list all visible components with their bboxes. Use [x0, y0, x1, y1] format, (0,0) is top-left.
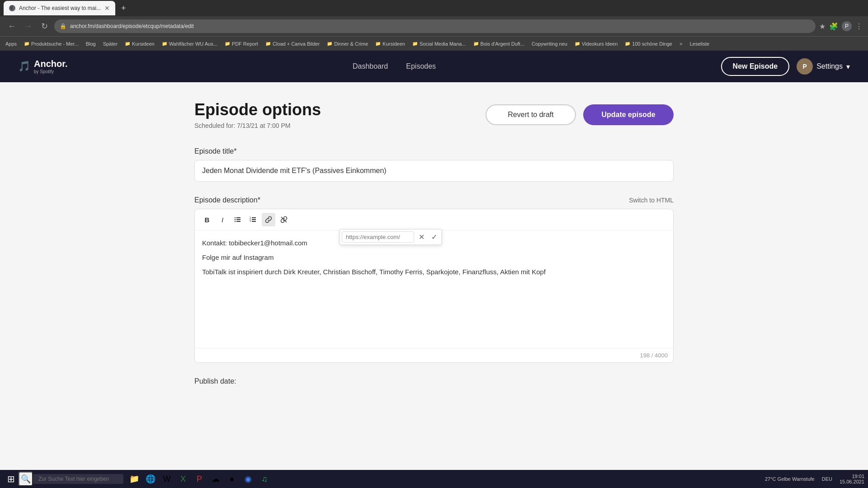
bookmark-label: PDF Report — [232, 41, 258, 47]
bold-button[interactable]: B — [200, 213, 214, 226]
star-btn[interactable]: ★ — [819, 22, 826, 31]
episode-title-section: Episode title* — [194, 147, 674, 182]
bookmark-label: Apps — [5, 41, 17, 47]
bookmark-social[interactable]: 📁 Social Media Mana... — [412, 41, 466, 47]
taskbar: ⊞ 🔍 📁 🌐 W X P ☁ ● ◉ ♫ 27°C Gelbe Warnstu… — [0, 470, 868, 488]
bookmark-label: Wahlfächer WU Aus... — [169, 41, 217, 47]
bookmark-label: Dinner & Crime — [334, 41, 368, 47]
bookmark-produktsuche[interactable]: 📁 Produktsuche - Mer... — [24, 41, 79, 47]
settings-button[interactable]: P Settings ▾ — [797, 58, 850, 75]
url-bar[interactable]: 🔒 anchor.fm/dashboard/episode/etcqup/met… — [54, 19, 816, 33]
bookmark-100[interactable]: 📁 100 schöne Dinge — [625, 41, 672, 47]
italic-button[interactable]: I — [216, 213, 229, 226]
taskbar-file-explorer[interactable]: 📁 — [127, 472, 142, 486]
bookmark-kursideen2[interactable]: 📁 Kursideen — [375, 41, 405, 47]
switch-to-html-btn[interactable]: Switch to HTML — [629, 197, 674, 204]
svg-point-3 — [235, 217, 236, 218]
taskbar-chrome[interactable]: ● — [225, 472, 239, 486]
taskbar-app-icons: 📁 🌐 W X P ☁ ● ◉ ♫ — [127, 472, 272, 486]
forward-btn[interactable]: → — [22, 20, 34, 33]
bookmark-label: Cload + Canva Bilder — [273, 41, 320, 47]
link-popup-confirm-btn[interactable]: ✓ — [429, 232, 439, 243]
logo-text: Anchor. — [34, 59, 67, 69]
taskbar-search-input[interactable] — [33, 474, 123, 484]
page-title-area: Episode options Scheduled for: 7/13/21 a… — [194, 100, 321, 129]
numbered-list-button[interactable]: 123 — [246, 213, 260, 226]
bookmark-später[interactable]: Später — [103, 41, 118, 47]
link-popup-input[interactable] — [342, 231, 414, 243]
svg-point-5 — [235, 221, 236, 222]
bullet-list-button[interactable] — [231, 213, 245, 226]
tab-close-btn[interactable]: ✕ — [104, 5, 110, 12]
menu-btn[interactable]: ⋮ — [855, 22, 863, 31]
start-button[interactable]: ⊞ — [4, 472, 19, 486]
bookmark-dinner[interactable]: 📁 Dinner & Crime — [327, 41, 368, 47]
bookmark-bois[interactable]: 📁 Bois d'Argent Duft... — [473, 41, 524, 47]
app-header: 🎵 Anchor. by Spotify Dashboard Episodes … — [0, 51, 868, 82]
episode-title-label: Episode title* — [194, 147, 674, 155]
link-button[interactable] — [262, 213, 275, 226]
editor-content-area[interactable]: Kontakt: tobibecker1@hotmail.com Folge m… — [195, 230, 673, 348]
page-content: Episode options Scheduled for: 7/13/21 a… — [185, 82, 683, 418]
refresh-btn[interactable]: ↻ — [38, 20, 51, 33]
nav-dashboard[interactable]: Dashboard — [353, 62, 388, 70]
scheduled-subtitle: Scheduled for: 7/13/21 at 7:00 PM — [194, 122, 321, 129]
taskbar-right: 27°C Gelbe Warnstufe DEU 19:01 15.06.202… — [765, 474, 864, 484]
bookmark-pdf[interactable]: 📁 PDF Report — [225, 41, 258, 47]
bookmark-canva[interactable]: 📁 Cload + Canva Bilder — [265, 41, 320, 47]
profile-btn[interactable]: P — [842, 21, 852, 31]
header-actions: New Episode P Settings ▾ — [721, 57, 850, 76]
description-editor[interactable]: B I 123 — [194, 209, 674, 363]
publish-date-section: Publish date: — [194, 377, 674, 385]
taskbar-excel[interactable]: X — [176, 472, 190, 486]
bookmark-label: Später — [103, 41, 118, 47]
link-popup: ✕ ✓ — [340, 229, 442, 245]
tab-favicon: 🎙 — [9, 5, 15, 11]
unlink-button[interactable] — [277, 213, 291, 226]
new-tab-btn[interactable]: + — [117, 2, 130, 14]
bookmark-label: Kursideen — [132, 41, 155, 47]
taskbar-clock: 19:01 15.06.2021 — [840, 474, 864, 484]
taskbar-time-value: 19:01 — [840, 474, 864, 479]
logo-text-area: Anchor. by Spotify — [34, 59, 67, 74]
new-episode-button[interactable]: New Episode — [721, 57, 790, 76]
search-taskbar-icon[interactable]: 🔍 — [19, 472, 33, 486]
active-tab[interactable]: 🎙 Anchor - The easiest way to mai... ✕ — [4, 1, 115, 15]
update-episode-button[interactable]: Update episode — [583, 104, 674, 125]
browser-tabs: 🎙 Anchor - The easiest way to mai... ✕ + — [0, 0, 868, 16]
episode-title-input[interactable] — [194, 160, 674, 182]
taskbar-chrome-2[interactable]: ◉ — [241, 472, 255, 486]
taskbar-powerpoint[interactable]: P — [192, 472, 207, 486]
svg-rect-8 — [252, 221, 256, 222]
taskbar-spotify[interactable]: ♫ — [257, 472, 272, 486]
bookmark-label: Blog — [86, 41, 96, 47]
bookmark-label: Videokurs Ideen — [582, 41, 618, 47]
revert-to-draft-button[interactable]: Revert to draft — [486, 104, 576, 125]
bookmarks-more[interactable]: » — [679, 41, 683, 47]
svg-rect-7 — [252, 219, 256, 220]
bookmark-wahlfächer[interactable]: 📁 Wahlfächer WU Aus... — [162, 41, 217, 47]
bookmark-leseliste[interactable]: Leseliste — [690, 41, 709, 47]
taskbar-lang: DEU — [822, 476, 832, 482]
link-popup-close-btn[interactable]: ✕ — [416, 232, 427, 243]
taskbar-onedrive[interactable]: ☁ — [208, 472, 223, 486]
svg-point-4 — [235, 219, 236, 220]
avatar: P — [797, 58, 813, 75]
url-text: anchor.fm/dashboard/episode/etcqup/metad… — [70, 23, 194, 29]
bookmark-videokurs[interactable]: 📁 Videokurs Ideen — [575, 41, 618, 47]
back-btn[interactable]: ← — [5, 20, 18, 33]
taskbar-edge[interactable]: 🌐 — [143, 472, 158, 486]
nav-episodes[interactable]: Episodes — [406, 62, 436, 70]
svg-rect-1 — [236, 219, 241, 220]
taskbar-weather: 27°C Gelbe Warnstufe — [765, 476, 815, 482]
bookmark-apps[interactable]: Apps — [5, 41, 17, 47]
extensions-btn[interactable]: 🧩 — [829, 22, 838, 31]
browser-toolbar: ← → ↻ 🔒 anchor.fm/dashboard/episode/etcq… — [0, 16, 868, 36]
bookmark-blog[interactable]: Blog — [86, 41, 96, 47]
bookmark-kursideen1[interactable]: 📁 Kursideen — [125, 41, 155, 47]
taskbar-word[interactable]: W — [160, 472, 174, 486]
bookmark-copywriting[interactable]: Copywriting neu — [532, 41, 567, 47]
avatar-initials: P — [803, 63, 807, 70]
anchor-logo-icon: 🎵 — [18, 61, 30, 72]
page-actions: Revert to draft Update episode — [486, 104, 674, 125]
